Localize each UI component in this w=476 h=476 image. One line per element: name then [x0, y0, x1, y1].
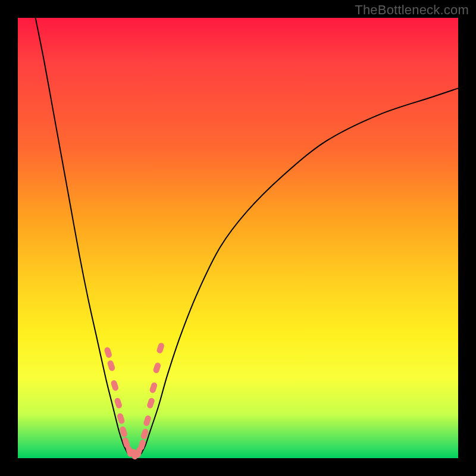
marker-point	[104, 346, 112, 358]
chart-svg	[18, 18, 458, 458]
plot-area	[18, 18, 458, 458]
marker-point	[156, 342, 165, 354]
marker-point	[114, 397, 123, 409]
marker-point	[117, 412, 126, 424]
marker-point	[146, 397, 155, 409]
marker-point	[107, 359, 115, 371]
right-curve	[141, 88, 458, 453]
scatter-points	[104, 342, 165, 461]
marker-point	[110, 380, 119, 392]
marker-point	[143, 415, 152, 427]
marker-point	[152, 362, 161, 374]
watermark-text: TheBottleneck.com	[355, 2, 469, 18]
marker-point	[149, 381, 158, 393]
chart-frame: TheBottleneck.com	[0, 0, 476, 476]
